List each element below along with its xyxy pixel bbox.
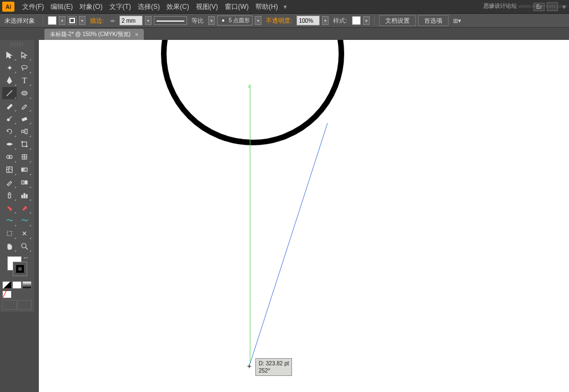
stroke-label[interactable]: 描边:: [90, 17, 104, 25]
swap-fill-stroke-icon[interactable]: ⤺: [24, 255, 28, 261]
curvature-tool[interactable]: 〜: [17, 215, 32, 227]
stroke-profile-preview[interactable]: [154, 16, 187, 25]
default-fill-stroke[interactable]: [2, 281, 12, 289]
symbol-sprayer-tool[interactable]: [2, 189, 17, 201]
stroke-swatch[interactable]: [68, 16, 77, 25]
watermark: 思缘设计论坛 WWW.MISSYUAN.COM: [484, 2, 567, 10]
live-paint-tool[interactable]: [17, 151, 32, 163]
menu-view[interactable]: 视图(V): [193, 2, 221, 12]
menu-edit[interactable]: 编辑(E): [47, 2, 76, 12]
zoom-tool[interactable]: [17, 240, 32, 252]
menu-file[interactable]: 文件(F): [19, 2, 47, 12]
stroke-weight-dropdown[interactable]: ▾: [145, 16, 152, 25]
svg-rect-4: [22, 118, 27, 121]
measurement-tooltip: D: 323.82 pt 252°: [255, 358, 292, 376]
slice-tool[interactable]: ⬈: [17, 202, 32, 214]
svg-point-0: [22, 65, 27, 69]
toolbox-grip[interactable]: [11, 42, 24, 47]
color-mode[interactable]: [12, 281, 22, 289]
profile-dropdown[interactable]: ▾: [208, 16, 215, 25]
style-swatch[interactable]: [352, 16, 361, 25]
close-tab-icon[interactable]: ×: [135, 32, 138, 38]
svg-rect-23: [7, 231, 12, 236]
style-dropdown[interactable]: ▾: [363, 16, 370, 25]
help-dropdown-icon[interactable]: ▼: [283, 4, 288, 10]
align-icon[interactable]: ⊞▾: [453, 17, 461, 24]
svg-rect-6: [25, 129, 27, 134]
svg-point-9: [26, 146, 27, 147]
line-tool[interactable]: [2, 87, 17, 99]
brush-select[interactable]: 5 点圆形: [217, 16, 253, 26]
gradient-tool[interactable]: [17, 164, 32, 176]
ellipse-tool[interactable]: [17, 87, 32, 99]
direct-selection-tool[interactable]: [17, 49, 32, 61]
document-tab-bar: 未标题-2* @ 150% (CMYK/预览) ×: [0, 28, 569, 40]
svg-rect-5: [22, 130, 24, 133]
pencil-tool[interactable]: [17, 100, 32, 112]
perspective-grid-tool[interactable]: 〜: [2, 215, 17, 227]
preferences-button[interactable]: 首选项: [418, 15, 449, 26]
type-tool[interactable]: T: [17, 74, 32, 86]
opacity-input[interactable]: 100%: [296, 16, 320, 26]
svg-rect-19: [8, 195, 11, 198]
scale-tool[interactable]: [17, 125, 32, 138]
opacity-dropdown[interactable]: ▾: [322, 16, 329, 25]
artboard-tool[interactable]: ⬊: [2, 202, 17, 214]
gradient-mode[interactable]: [22, 281, 32, 289]
selection-tool[interactable]: [2, 49, 17, 61]
screen-mode-normal[interactable]: [2, 300, 17, 310]
artwork-circle: [161, 40, 344, 145]
fill-dropdown[interactable]: ▾: [59, 16, 66, 25]
mesh-tool[interactable]: [2, 164, 17, 176]
hand-tool[interactable]: [2, 240, 17, 252]
column-graph-tool[interactable]: [17, 189, 32, 201]
cursor-crosshair-icon: +: [247, 362, 251, 370]
svg-rect-16: [22, 168, 27, 171]
control-bar: 未选择对象 ▾ ▾ 描边: ◂▸ 2 mm ▾ 等比 ▾ 5 点圆形 ▾ 不透明…: [0, 14, 569, 28]
document-tab[interactable]: 未标题-2* @ 150% (CMYK/预览) ×: [44, 29, 144, 40]
blob-brush-tool[interactable]: [2, 113, 17, 125]
brush-dropdown[interactable]: ▾: [255, 16, 261, 25]
menu-object[interactable]: 对象(O): [76, 2, 105, 12]
paintbrush-tool[interactable]: [2, 100, 17, 112]
lasso-tool[interactable]: [17, 62, 32, 74]
free-transform-tool[interactable]: [17, 138, 32, 150]
toolbox: ✦ T ⬊ ⬈ 〜: [0, 40, 34, 312]
fill-swatch[interactable]: [48, 16, 57, 25]
document-setup-button[interactable]: 文档设置: [379, 15, 416, 26]
document-tab-title: 未标题-2* @ 150% (CMYK/预览): [50, 30, 130, 38]
svg-rect-22: [26, 195, 27, 198]
slice-tool-2[interactable]: [17, 227, 32, 240]
rotate-tool[interactable]: [2, 125, 17, 138]
menu-window[interactable]: 窗口(W): [221, 2, 252, 12]
stroke-color[interactable]: [13, 262, 27, 276]
canvas[interactable]: × + D: 323.82 pt 252°: [39, 40, 569, 392]
eraser-tool[interactable]: [17, 113, 32, 125]
screen-mode-full[interactable]: [17, 300, 32, 310]
shape-builder-tool[interactable]: [2, 151, 17, 163]
menu-effect[interactable]: 效果(C): [163, 2, 193, 12]
artboard-tool-2[interactable]: [2, 227, 17, 240]
fill-stroke-control[interactable]: ⤺: [6, 255, 28, 277]
brush-dot-icon: [220, 17, 226, 24]
menu-select[interactable]: 选择(S): [134, 2, 163, 12]
stroke-dropdown[interactable]: ▾: [79, 16, 85, 25]
pen-tool[interactable]: [2, 74, 17, 86]
svg-rect-18: [25, 181, 27, 184]
opacity-label[interactable]: 不透明度:: [266, 17, 292, 25]
menu-type[interactable]: 文字(T): [106, 2, 134, 12]
magic-wand-tool[interactable]: ✦: [2, 62, 17, 74]
blend-tool[interactable]: [17, 176, 32, 189]
none-mode[interactable]: ╱: [2, 291, 12, 298]
selection-status: 未选择对象: [4, 17, 35, 25]
tooltip-distance: D: 323.82 pt: [259, 360, 289, 367]
svg-rect-17: [22, 181, 24, 184]
eyedropper-tool[interactable]: [2, 176, 17, 189]
svg-rect-7: [22, 142, 27, 146]
svg-point-8: [22, 141, 23, 142]
stroke-stepper[interactable]: ◂▸: [108, 18, 117, 23]
width-tool[interactable]: [2, 138, 17, 150]
svg-line-26: [250, 123, 328, 364]
stroke-weight-input[interactable]: 2 mm: [119, 16, 143, 26]
menu-help[interactable]: 帮助(H): [252, 2, 281, 12]
